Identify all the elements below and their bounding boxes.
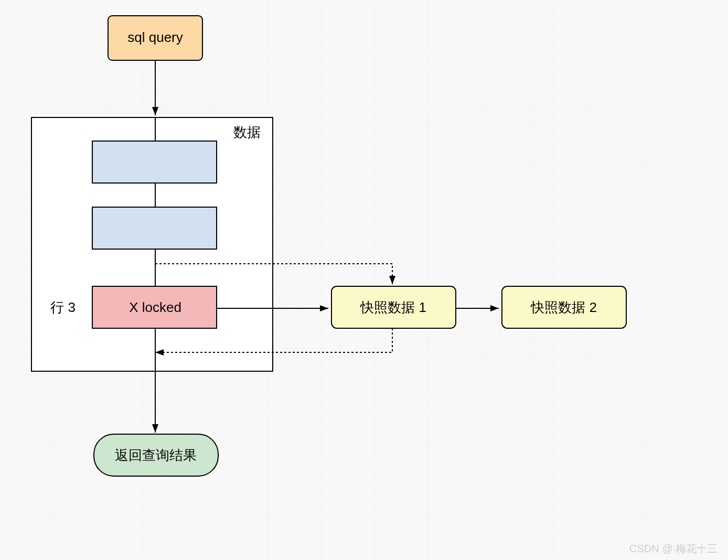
label-snapshot1: 快照数据 1 [360,299,426,315]
diagram-canvas: sql query 数据 行 3 X locked 快照数据 1 快照数据 2 … [0,0,728,560]
label-x-locked: X locked [129,299,181,315]
watermark-text: CSDN @·梅花十三 [629,543,718,554]
node-row-2 [92,207,217,249]
label-row3: 行 3 [50,299,76,315]
label-sql-query: sql query [127,29,183,45]
label-result: 返回查询结果 [115,447,197,463]
label-snapshot2: 快照数据 2 [530,299,597,315]
node-row-1 [92,141,217,183]
label-data-container: 数据 [233,124,261,140]
